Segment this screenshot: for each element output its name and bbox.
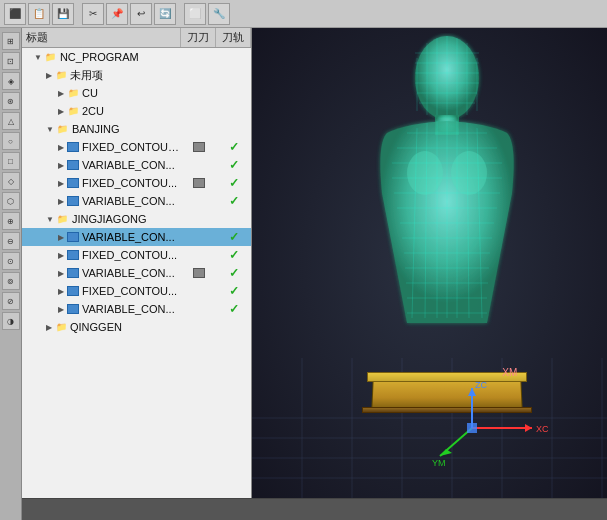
tree-row-fixed_contou2[interactable]: ▶ FIXED_CONTOU... ✓ [22, 174, 251, 192]
sidebar-icon-2[interactable]: ⊡ [2, 52, 20, 70]
tree-content[interactable]: ▼ 📁 NC_PROGRAM ▶ 📁 未用项 ▶ 📁 CU ▶ 📁 2CU [22, 48, 251, 498]
ym-label: YM [432, 458, 446, 468]
sidebar-icon-3[interactable]: ◈ [2, 72, 20, 90]
expand-icon[interactable]: ▼ [46, 215, 54, 224]
expand-icon[interactable]: ▶ [46, 71, 52, 80]
op-icon [66, 302, 80, 316]
toolbar-btn-6[interactable]: ↩ [130, 3, 152, 25]
svg-point-14 [451, 151, 487, 195]
expand-icon[interactable]: ▶ [58, 143, 64, 152]
check-icon: ✓ [229, 176, 239, 190]
expand-icon[interactable]: ▼ [34, 53, 42, 62]
tree-row-label: ▶ VARIABLE_CON... [22, 230, 181, 244]
expand-icon[interactable]: ▶ [58, 89, 64, 98]
tree-row-label: ▶ 📁 QINGGEN [22, 320, 181, 334]
expand-icon[interactable]: ▶ [58, 179, 64, 188]
folder-icon: 📁 [54, 320, 68, 334]
tree-row-label: ▶ FIXED_CONTOU... [22, 176, 181, 190]
tree-row-banjing[interactable]: ▼ 📁 BANJING [22, 120, 251, 138]
tree-item-text: CU [82, 87, 98, 99]
sidebar-icon-4[interactable]: ⊛ [2, 92, 20, 110]
sidebar-icon-10[interactable]: ⊕ [2, 212, 20, 230]
toolbar-btn-3[interactable]: 💾 [52, 3, 74, 25]
toolbar-btn-1[interactable]: ⬛ [4, 3, 26, 25]
tree-row-unused[interactable]: ▶ 📁 未用项 [22, 66, 251, 84]
xc-label: XC [536, 424, 549, 434]
expand-icon[interactable]: ▶ [58, 161, 64, 170]
tree-row-fixed_contour1[interactable]: ▶ FIXED_CONTOUR... ✓ [22, 138, 251, 156]
tool-sq [193, 178, 205, 188]
tree-row-col3: ✓ [216, 176, 251, 190]
expand-icon[interactable]: ▶ [58, 269, 64, 278]
tree-item-text: QINGGEN [70, 321, 122, 333]
tree-item-text: FIXED_CONTOUR... [82, 141, 181, 153]
tree-row-col3: ✓ [216, 284, 251, 298]
op-icon [66, 140, 80, 154]
tree-row-cu[interactable]: ▶ 📁 CU [22, 84, 251, 102]
tree-row-label: ▶ FIXED_CONTOU... [22, 248, 181, 262]
main-area: ⊞ ⊡ ◈ ⊛ △ ○ □ ◇ ⬡ ⊕ ⊖ ⊙ ⊚ ⊘ ◑ 标题 刀刀 刀轨 [0, 28, 607, 520]
tree-panel: 标题 刀刀 刀轨 ▼ 📁 NC_PROGRAM ▶ 📁 未用项 ▶ 📁 CU [22, 28, 252, 498]
check-icon: ✓ [229, 248, 239, 262]
sidebar-icon-8[interactable]: ◇ [2, 172, 20, 190]
check-icon: ✓ [229, 266, 239, 280]
expand-icon[interactable]: ▶ [58, 233, 64, 242]
tree-row-label: ▼ 📁 JINGJIAGONG [22, 212, 181, 226]
op-icon [66, 284, 80, 298]
sidebar-icon-1[interactable]: ⊞ [2, 32, 20, 50]
tree-row-nc_program[interactable]: ▼ 📁 NC_PROGRAM [22, 48, 251, 66]
tree-row-variable_con5[interactable]: ▶ VARIABLE_CON... ✓ [22, 300, 251, 318]
check-icon: ✓ [229, 302, 239, 316]
viewport-3d[interactable]: XC YM ZC XM [252, 28, 607, 498]
check-icon: ✓ [229, 194, 239, 208]
sidebar-icon-9[interactable]: ⬡ [2, 192, 20, 210]
tree-item-text: VARIABLE_CON... [82, 195, 175, 207]
tree-row-label: ▶ VARIABLE_CON... [22, 194, 181, 208]
zc-label: ZC [475, 380, 487, 390]
tree-row-col3: ✓ [216, 266, 251, 280]
tree-item-text: VARIABLE_CON... [82, 303, 175, 315]
tree-row-qinggen[interactable]: ▶ 📁 QINGGEN [22, 318, 251, 336]
sidebar-icon-5[interactable]: △ [2, 112, 20, 130]
tree-row-jingjiagong[interactable]: ▼ 📁 JINGJIAGONG [22, 210, 251, 228]
tree-row-variable_con1[interactable]: ▶ VARIABLE_CON... ✓ [22, 156, 251, 174]
sidebar-icon-14[interactable]: ⊘ [2, 292, 20, 310]
tree-row-label: ▶ 📁 2CU [22, 104, 181, 118]
expand-icon[interactable]: ▶ [46, 323, 52, 332]
expand-icon[interactable]: ▶ [58, 251, 64, 260]
tree-row-col3: ✓ [216, 194, 251, 208]
sidebar-icon-13[interactable]: ⊚ [2, 272, 20, 290]
tree-row-2cu[interactable]: ▶ 📁 2CU [22, 102, 251, 120]
tree-item-text: VARIABLE_CON... [82, 159, 175, 171]
tree-row-variable_con4[interactable]: ▶ VARIABLE_CON... ✓ [22, 264, 251, 282]
tree-row-col3: ✓ [216, 302, 251, 316]
expand-icon[interactable]: ▶ [58, 197, 64, 206]
tree-row-variable_con2[interactable]: ▶ VARIABLE_CON... ✓ [22, 192, 251, 210]
expand-icon[interactable]: ▶ [58, 287, 64, 296]
check-icon: ✓ [229, 158, 239, 172]
sidebar-icon-6[interactable]: ○ [2, 132, 20, 150]
sidebar-icon-12[interactable]: ⊙ [2, 252, 20, 270]
sidebar-icon-11[interactable]: ⊖ [2, 232, 20, 250]
toolbar-btn-9[interactable]: 🔧 [208, 3, 230, 25]
expand-icon[interactable]: ▶ [58, 305, 64, 314]
tree-row-fixed_contou4[interactable]: ▶ FIXED_CONTOU... ✓ [22, 282, 251, 300]
axis-svg: XC YM ZC [432, 378, 552, 468]
tree-row-label: ▶ VARIABLE_CON... [22, 302, 181, 316]
toolbar-btn-5[interactable]: 📌 [106, 3, 128, 25]
tree-row-fixed_contou3[interactable]: ▶ FIXED_CONTOU... ✓ [22, 246, 251, 264]
op-icon [66, 176, 80, 190]
sidebar-icon-7[interactable]: □ [2, 152, 20, 170]
toolbar-btn-8[interactable]: ⬜ [184, 3, 206, 25]
toolbar-btn-4[interactable]: ✂ [82, 3, 104, 25]
tree-row-col2 [181, 178, 216, 188]
tree-row-col2 [181, 142, 216, 152]
expand-icon[interactable]: ▼ [46, 125, 54, 134]
toolbar-btn-7[interactable]: 🔄 [154, 3, 176, 25]
toolbar-btn-2[interactable]: 📋 [28, 3, 50, 25]
expand-icon[interactable]: ▶ [58, 107, 64, 116]
tree-item-text: 2CU [82, 105, 104, 117]
tree-row-col3: ✓ [216, 248, 251, 262]
tree-row-variable_con3[interactable]: ▶ VARIABLE_CON... ✓ [22, 228, 251, 246]
sidebar-icon-15[interactable]: ◑ [2, 312, 20, 330]
